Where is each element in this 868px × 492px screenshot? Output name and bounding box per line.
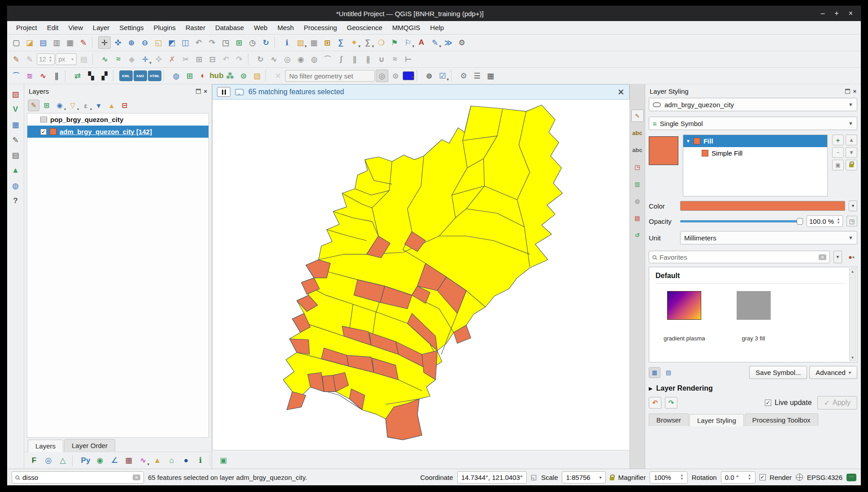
symbol-search-box[interactable]: Favorites ✕ [649, 251, 830, 263]
open-project-button[interactable]: ◪ [23, 36, 36, 49]
scale-dropdown[interactable]: 1:85756 ▾ [562, 471, 605, 483]
filter-visibility-button[interactable]: ◎ [376, 70, 388, 82]
new-bookmark-button[interactable]: ⚑ [388, 36, 401, 49]
cut-features-button[interactable]: ✂ [179, 53, 192, 65]
remove-symbol-layer-button[interactable]: − [832, 147, 844, 158]
symbol-type-dropdown[interactable]: ≡ Single Symbol ▼ [649, 117, 857, 130]
identify-features-button[interactable]: ℹ [281, 36, 293, 49]
opacity-slider[interactable] [680, 217, 803, 226]
add-delimited-text-button[interactable]: ✎ [9, 134, 22, 146]
map-canvas[interactable] [212, 100, 629, 450]
menu-edit[interactable]: Edit [43, 22, 63, 33]
menu-view[interactable]: View [64, 22, 87, 33]
symbology-tab-icon[interactable]: ✎ [631, 109, 644, 122]
globe-plugin-button[interactable]: ● [180, 454, 192, 467]
magnifier-spinbox[interactable]: 100% ▲▼ [650, 471, 687, 483]
text-annotation-button[interactable]: A [415, 36, 428, 49]
spin-arrows-icon[interactable]: ▲▼ [680, 474, 684, 481]
callouts-tab-icon[interactable]: abc [631, 144, 644, 156]
profile-tool-button[interactable]: ∠ [108, 454, 121, 467]
add-group-button[interactable]: ⊞ [41, 100, 52, 111]
select-features-button[interactable]: ▧▾ [294, 36, 307, 49]
new-project-button[interactable]: ▢ [10, 36, 22, 49]
current-edits-button[interactable]: ✎ [10, 53, 22, 65]
measure-button[interactable]: ⌖▾ [348, 36, 360, 49]
extents-toggle-icon[interactable]: ◱ [531, 473, 537, 481]
layers-plugin-button[interactable]: ◉ [94, 454, 106, 467]
font-unit-dropdown[interactable]: px ▾ [56, 53, 77, 65]
search-filter-dropdown[interactable]: ▼ [833, 251, 842, 263]
clear-search-icon[interactable]: ✕ [133, 475, 140, 480]
simplify-feature-button[interactable]: ∿ [268, 53, 280, 65]
zoom-to-filter-button[interactable]: ⊙ [389, 70, 402, 82]
locator-search-box[interactable]: ✕ [12, 471, 144, 483]
manage-map-themes-button[interactable]: ◉▾ [54, 100, 65, 111]
menu-mesh[interactable]: Mesh [273, 22, 299, 33]
live-update-checkbox[interactable]: ✓ [765, 400, 771, 406]
remove-layer-button[interactable]: ⊟ [119, 100, 130, 111]
toggle-editing-button[interactable]: ✎ [23, 53, 36, 65]
form-annotation-button[interactable]: ✎▾ [429, 36, 441, 49]
html-export-button[interactable]: HTML [148, 70, 161, 81]
map-tips-button[interactable]: ❍ [375, 36, 387, 49]
offset-curve-button[interactable]: ⌒ [321, 53, 334, 65]
field-calculator-button[interactable]: ⊞ [321, 36, 334, 49]
offset-line-button[interactable]: ⌒ [10, 70, 22, 82]
undo-button[interactable]: ↶ [220, 53, 232, 65]
move-up-button[interactable]: ▲ [846, 135, 857, 145]
stream-digitizing-button[interactable]: ≈ [112, 53, 125, 65]
osm-style-button[interactable]: ▨ [251, 70, 263, 82]
layer-row-pop-brgy[interactable]: pop_brgy_quezon_city [27, 113, 208, 126]
lock-scale-icon[interactable] [610, 477, 614, 480]
new-3d-map-view-button[interactable]: ◳ [219, 36, 232, 49]
menu-web[interactable]: Web [249, 22, 272, 33]
curve-edit-button[interactable]: ∿ [37, 70, 49, 82]
float-panel-icon[interactable] [196, 89, 201, 94]
tab-processing-toolbox[interactable]: Processing Toolbox [745, 414, 818, 426]
sum-features-button[interactable]: ∑▾ [361, 36, 374, 49]
temporal-profile-button[interactable]: ∿▾ [137, 454, 149, 467]
snapping-options-button[interactable]: ⚙ [457, 70, 470, 82]
symbol-item-gray-3-fill[interactable]: gray 3 fill [737, 291, 771, 342]
pan-map-button[interactable]: ✛ [98, 36, 111, 49]
save-symbol-button[interactable]: Save Symbol... [749, 366, 807, 379]
lock-color-button[interactable] [846, 160, 857, 170]
new-print-layout-button[interactable]: ▥ [50, 36, 63, 49]
user-profiles-button[interactable]: ⊚ [423, 70, 435, 82]
advanced-button[interactable]: Advanced ▾ [809, 366, 857, 379]
apply-button[interactable]: ✓ Apply [817, 396, 857, 409]
message-close-icon[interactable]: ✕ [617, 87, 625, 97]
menu-database[interactable]: Database [211, 22, 248, 33]
copy-layouts-button[interactable]: ▣ [217, 454, 230, 467]
tab-layer-order[interactable]: Layer Order [64, 439, 115, 452]
fgdb-plugin-button[interactable]: F [28, 454, 40, 467]
rotation-spinbox[interactable]: 0.0 ° ▲▼ [721, 471, 755, 483]
info-plugin-button[interactable]: ℹ [194, 454, 207, 467]
symbol-item-gradient-plasma[interactable]: gradient plasma [664, 291, 705, 342]
data-source-manager-button[interactable]: ▧ [9, 88, 22, 100]
menu-help[interactable]: Help [425, 22, 448, 33]
move-feature-button[interactable]: ✜ [152, 53, 165, 65]
save-layer-edits-button[interactable]: ▤ [78, 53, 90, 65]
3d-view-tab-icon[interactable]: ◳ [631, 161, 644, 173]
filter-by-expression-button[interactable]: ε▾ [80, 100, 91, 111]
area-plugin-button[interactable]: ⌂ [165, 454, 178, 467]
redo-style-button[interactable]: ↷ [665, 397, 677, 409]
close-panel-icon[interactable]: × [853, 89, 856, 94]
collapse-all-button[interactable]: ▲ [106, 100, 117, 111]
spin-arrows-icon[interactable]: ▲▼ [837, 218, 840, 225]
layer-rendering-section[interactable]: ▶ Layer Rendering [649, 384, 857, 392]
duplicate-symbol-layer-button[interactable]: ▣ [832, 160, 844, 170]
grid-view-button[interactable]: ▦ [484, 70, 497, 82]
color-swatch-button[interactable]: ▾ [403, 71, 414, 80]
add-grid-button[interactable]: ⊞ [183, 70, 196, 82]
menu-project[interactable]: Project [12, 22, 42, 33]
layer-checklist-button[interactable]: ☑▾ [436, 70, 449, 82]
icon-view-button[interactable]: ▦ [649, 367, 660, 378]
menu-plugins[interactable]: Plugins [149, 22, 180, 33]
print-composer-button[interactable]: ▤ [9, 149, 22, 161]
menu-layer[interactable]: Layer [88, 22, 114, 33]
globe-tool-button[interactable]: ◍ [170, 70, 182, 82]
search-globe-plugin-button[interactable]: ◎ [42, 454, 55, 467]
undo-style-button[interactable]: ↶ [649, 397, 661, 409]
